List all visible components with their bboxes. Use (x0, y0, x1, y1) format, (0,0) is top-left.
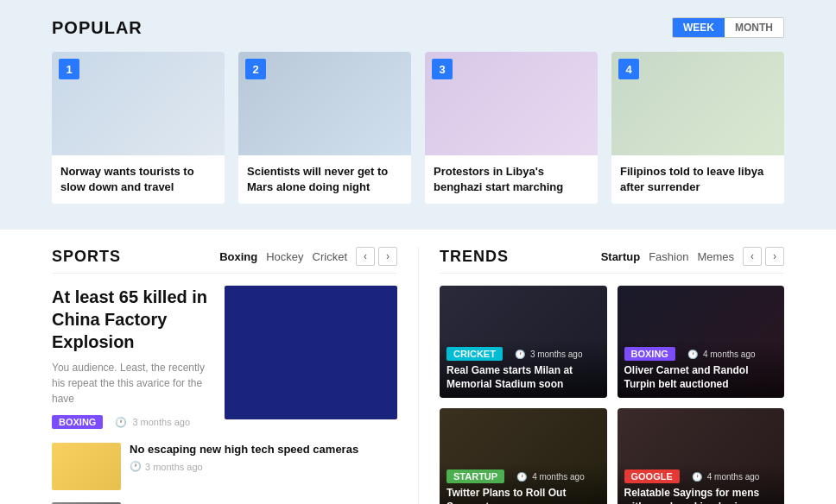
card-number: 4 (618, 59, 639, 79)
sports-prev-arrow[interactable]: ‹ (356, 247, 375, 266)
trend-overlay: GOOGLE 🕐 4 months ago Relatable Sayings … (618, 463, 785, 504)
clock-icon: 🕐 (515, 350, 525, 359)
clock-icon: 🕐 (516, 472, 527, 482)
trend-card-image: CRICKET 🕐 3 months ago Real Game starts … (440, 286, 607, 398)
popular-card-title: Protestors in Libya's benghazi start mar… (434, 164, 589, 195)
sports-nav: ‹ › (356, 247, 397, 266)
sports-header: SPORTS Boxing Hockey Cricket ‹ › (52, 247, 397, 274)
popular-card-body: Norway wants tourists to slow down and t… (52, 155, 225, 204)
popular-card-image: 4 (611, 52, 784, 155)
trends-header: TRENDS Startup Fashion Memes ‹ › (440, 247, 784, 274)
popular-card-body: Filipinos told to leave libya after surr… (611, 155, 784, 204)
trend-overlay: STARTUP 🕐 4 months ago Twitter Plans to … (440, 463, 607, 504)
trends-column: TRENDS Startup Fashion Memes ‹ › CRICKET… (418, 247, 784, 504)
trend-badge: GOOGLE (624, 469, 680, 483)
popular-card-image: 1 (52, 52, 225, 155)
trend-title: Oliver Carnet and Randol Turpin belt auc… (624, 364, 778, 391)
small-item-text: No escaping new high tech speed cameras … (130, 443, 358, 472)
sports-tab-cricket[interactable]: Cricket (313, 250, 347, 263)
popular-card-title: Norway wants tourists to slow down and t… (60, 164, 216, 195)
sports-featured[interactable]: At least 65 killed in China Factory Expl… (52, 286, 397, 429)
trend-overlay: CRICKET 🕐 3 months ago Real Game starts … (440, 340, 607, 398)
popular-card[interactable]: 1 Norway wants tourists to slow down and… (52, 52, 225, 204)
sports-featured-meta: BOXING 🕐 3 months ago (52, 415, 212, 429)
sports-small-item[interactable]: No escaping new high tech speed cameras … (52, 443, 397, 490)
trend-time: 4 months ago (703, 350, 756, 359)
trends-tab-fashion[interactable]: Fashion (649, 250, 688, 263)
clock-icon: 🕐 (130, 461, 142, 472)
popular-card-title: Filipinos told to leave libya after surr… (620, 164, 776, 195)
sports-small-list: No escaping new high tech speed cameras … (52, 443, 397, 504)
trends-grid: CRICKET 🕐 3 months ago Real Game starts … (440, 286, 784, 504)
trend-card[interactable]: GOOGLE 🕐 4 months ago Relatable Sayings … (618, 408, 785, 504)
popular-toggle[interactable]: WEEK MONTH (672, 17, 784, 38)
sports-featured-title: At least 65 killed in China Factory Expl… (52, 286, 212, 353)
trend-card-image: STARTUP 🕐 4 months ago Twitter Plans to … (440, 408, 607, 504)
trend-badge: STARTUP (446, 469, 504, 483)
clock-icon: 🕐 (115, 417, 127, 428)
toggle-week[interactable]: WEEK (673, 18, 725, 37)
trend-meta: GOOGLE 🕐 4 months ago (624, 469, 778, 483)
popular-title: POPULAR (52, 18, 142, 38)
trends-next-arrow[interactable]: › (765, 247, 784, 266)
trend-time: 3 months ago (530, 350, 583, 359)
sports-featured-image (225, 286, 397, 419)
trends-tab-memes[interactable]: Memes (697, 250, 734, 263)
trends-nav: ‹ › (743, 247, 784, 266)
popular-card[interactable]: 3 Protestors in Libya's benghazi start m… (425, 52, 598, 204)
trend-card[interactable]: CRICKET 🕐 3 months ago Real Game starts … (440, 286, 607, 398)
trend-meta: CRICKET 🕐 3 months ago (446, 347, 600, 361)
trend-badge: BOXING (624, 347, 675, 361)
popular-card[interactable]: 4 Filipinos told to leave libya after su… (611, 52, 784, 204)
popular-card[interactable]: 2 Scientists will never get to Mars alon… (238, 52, 411, 204)
sports-featured-text: At least 65 killed in China Factory Expl… (52, 286, 212, 429)
trend-card[interactable]: STARTUP 🕐 4 months ago Twitter Plans to … (440, 408, 607, 504)
clock-icon: 🕐 (692, 472, 702, 482)
popular-section: POPULAR WEEK MONTH 1 Norway wants touris… (0, 0, 836, 230)
sports-tab-hockey[interactable]: Hockey (266, 250, 303, 263)
trend-time: 4 months ago (707, 472, 760, 482)
clock-icon: 🕐 (687, 350, 698, 359)
sports-tabs: Boxing Hockey Cricket ‹ › (219, 247, 397, 266)
trend-card[interactable]: BOXING 🕐 4 months ago Oliver Carnet and … (618, 286, 785, 398)
popular-card-image: 2 (238, 52, 411, 155)
sports-next-arrow[interactable]: › (378, 247, 397, 266)
small-item-time: 3 months ago (145, 462, 203, 472)
sports-title: SPORTS (52, 248, 121, 266)
trend-title: Relatable Sayings for mens with good wor… (624, 487, 778, 504)
sports-featured-desc: You audience. Least, the recently his re… (52, 360, 212, 406)
trends-prev-arrow[interactable]: ‹ (743, 247, 762, 266)
trend-overlay: BOXING 🕐 4 months ago Oliver Carnet and … (618, 340, 785, 398)
trend-title: Real Game starts Milan at Memorial Stadi… (446, 364, 600, 391)
card-number: 3 (432, 59, 453, 79)
sports-featured-badge: BOXING (52, 415, 103, 429)
small-item-title: No escaping new high tech speed cameras (130, 443, 358, 457)
card-number: 2 (245, 59, 266, 79)
trends-title: TRENDS (440, 248, 509, 266)
toggle-month[interactable]: MONTH (725, 18, 783, 37)
sports-featured-time: 3 months ago (132, 417, 190, 427)
popular-card-body: Scientists will never get to Mars alone … (238, 155, 411, 204)
bottom-section: SPORTS Boxing Hockey Cricket ‹ › At leas… (0, 230, 836, 504)
trend-time: 4 months ago (532, 472, 585, 482)
trends-tabs: Startup Fashion Memes ‹ › (601, 247, 784, 266)
trend-badge: CRICKET (446, 347, 503, 361)
popular-card-body: Protestors in Libya's benghazi start mar… (425, 155, 598, 204)
card-number: 1 (59, 59, 79, 79)
small-item-image (52, 443, 121, 490)
trend-meta: BOXING 🕐 4 months ago (624, 347, 778, 361)
trend-title: Twitter Plans to Roll Out Spaces to ever… (446, 487, 600, 504)
trends-tab-startup[interactable]: Startup (601, 250, 641, 263)
trend-meta: STARTUP 🕐 4 months ago (446, 469, 600, 483)
popular-card-image: 3 (425, 52, 598, 155)
trend-card-image: GOOGLE 🕐 4 months ago Relatable Sayings … (618, 408, 785, 504)
trend-card-image: BOXING 🕐 4 months ago Oliver Carnet and … (618, 286, 785, 398)
popular-grid: 1 Norway wants tourists to slow down and… (52, 52, 784, 204)
small-item-meta: 🕐 3 months ago (130, 461, 358, 472)
sports-column: SPORTS Boxing Hockey Cricket ‹ › At leas… (52, 247, 418, 504)
sports-tab-boxing[interactable]: Boxing (219, 250, 257, 263)
popular-card-title: Scientists will never get to Mars alone … (247, 164, 402, 195)
popular-header: POPULAR WEEK MONTH (52, 17, 784, 38)
